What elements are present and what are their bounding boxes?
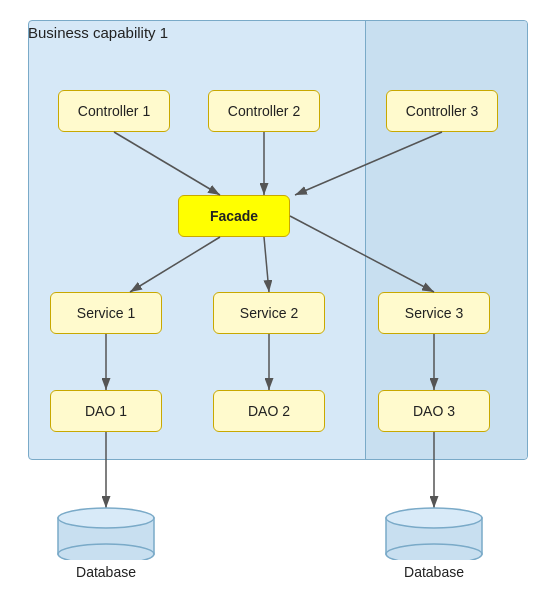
controller2-node: Controller 2 <box>208 90 320 132</box>
service3-node: Service 3 <box>378 292 490 334</box>
controller1-node: Controller 1 <box>58 90 170 132</box>
svg-point-16 <box>386 544 482 560</box>
svg-point-17 <box>386 508 482 528</box>
facade-node: Facade <box>178 195 290 237</box>
svg-point-13 <box>58 544 154 560</box>
database2-label: Database <box>404 564 464 580</box>
database1-cylinder <box>50 500 162 560</box>
dao1-node: DAO 1 <box>50 390 162 432</box>
database2-cylinder <box>378 500 490 560</box>
database2-container: Database <box>378 500 490 580</box>
dao3-node: DAO 3 <box>378 390 490 432</box>
database1-label: Database <box>76 564 136 580</box>
bc1-label: Business capability 1 <box>28 24 168 41</box>
controller3-node: Controller 3 <box>386 90 498 132</box>
diagram-container: Business capability 1 Controller 1 Contr… <box>0 0 552 592</box>
service2-node: Service 2 <box>213 292 325 334</box>
dao2-node: DAO 2 <box>213 390 325 432</box>
database1-container: Database <box>50 500 162 580</box>
svg-point-14 <box>58 508 154 528</box>
service1-node: Service 1 <box>50 292 162 334</box>
